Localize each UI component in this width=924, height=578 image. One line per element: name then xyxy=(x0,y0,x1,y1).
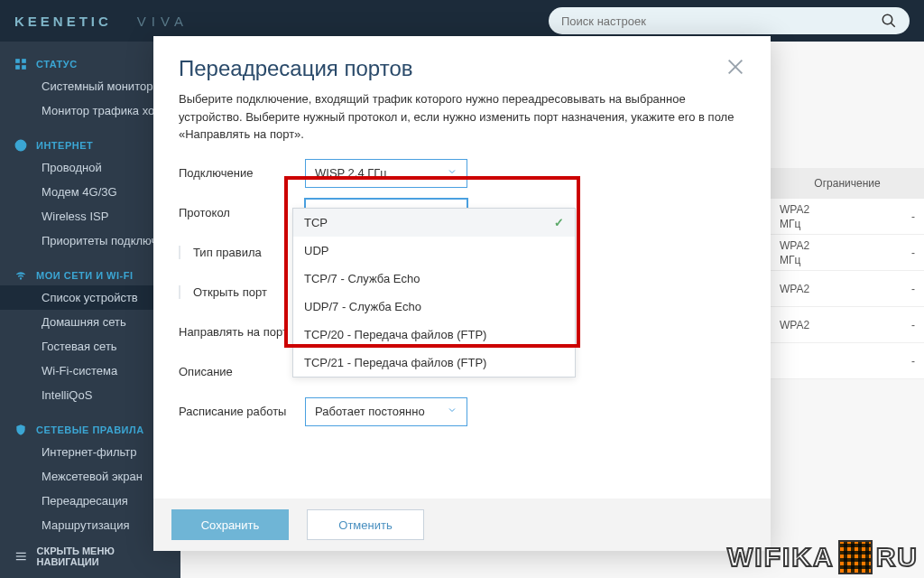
close-icon xyxy=(725,57,745,77)
table-row: WPA2МГц- xyxy=(771,199,924,235)
wifi-icon xyxy=(14,269,27,282)
svg-rect-5 xyxy=(22,65,26,70)
search-input[interactable] xyxy=(561,14,881,28)
table-row: WPA2- xyxy=(771,307,924,343)
modal-description: Выберите подключение, входящий трафик ко… xyxy=(153,87,771,158)
label-rule-type: Тип правила xyxy=(179,246,305,259)
close-button[interactable] xyxy=(725,57,745,80)
svg-point-7 xyxy=(20,278,21,279)
modal-title: Переадресация портов xyxy=(179,56,413,81)
label-open-port: Открыть порт xyxy=(179,285,305,299)
dropdown-option[interactable]: TCP/21 - Передача файлов (FTP) xyxy=(293,349,575,377)
brand-model: VIVA xyxy=(137,14,189,29)
chevron-down-icon xyxy=(447,166,457,177)
globe-icon xyxy=(14,139,27,152)
dropdown-option[interactable]: TCP/7 - Служба Echo xyxy=(293,265,575,293)
svg-rect-4 xyxy=(15,65,20,70)
dropdown-option[interactable]: UDP/7 - Служба Echo xyxy=(293,293,575,321)
bg-col-head: Ограничение xyxy=(771,168,924,199)
dropdown-option[interactable]: TCP✓ xyxy=(293,209,575,237)
brand-name: KEENETIC xyxy=(14,14,112,29)
search-icon xyxy=(881,13,897,29)
dropdown-option[interactable]: TCP/20 - Передача файлов (FTP) xyxy=(293,321,575,349)
label-description: Описание xyxy=(179,365,305,378)
svg-point-0 xyxy=(882,14,892,24)
save-button[interactable]: Сохранить xyxy=(171,509,289,540)
qr-icon xyxy=(838,540,873,574)
check-icon: ✓ xyxy=(554,216,564,229)
shield-icon xyxy=(14,424,27,436)
chevron-down-icon xyxy=(447,405,457,415)
menu-icon xyxy=(14,549,28,564)
modal-footer: Сохранить Отменить xyxy=(153,499,771,551)
connection-select[interactable]: WISP 2,4 ГГц xyxy=(305,159,467,188)
table-row: WPA2МГц- xyxy=(771,235,924,271)
bg-table: Ограничение WPA2МГц- WPA2МГц- WPA2- WPA2… xyxy=(771,168,924,379)
table-row: - xyxy=(771,343,924,379)
label-connection: Подключение xyxy=(179,166,305,180)
svg-rect-3 xyxy=(22,59,26,63)
dashboard-icon xyxy=(14,58,27,70)
protocol-dropdown: TCP✓ UDP TCP/7 - Служба Echo UDP/7 - Слу… xyxy=(292,208,576,378)
dropdown-option[interactable]: UDP xyxy=(293,237,575,265)
label-forward-to: Направлять на порт xyxy=(179,325,305,339)
svg-rect-2 xyxy=(15,59,20,63)
search-box[interactable] xyxy=(549,7,910,34)
label-schedule: Расписание работы xyxy=(179,405,305,418)
table-row: WPA2- xyxy=(771,271,924,307)
label-protocol: Протокол xyxy=(179,206,305,219)
schedule-select[interactable]: Работает постоянно xyxy=(305,397,467,426)
watermark: WIFIKA RU xyxy=(727,540,919,574)
cancel-button[interactable]: Отменить xyxy=(307,509,424,540)
svg-line-1 xyxy=(891,23,895,27)
